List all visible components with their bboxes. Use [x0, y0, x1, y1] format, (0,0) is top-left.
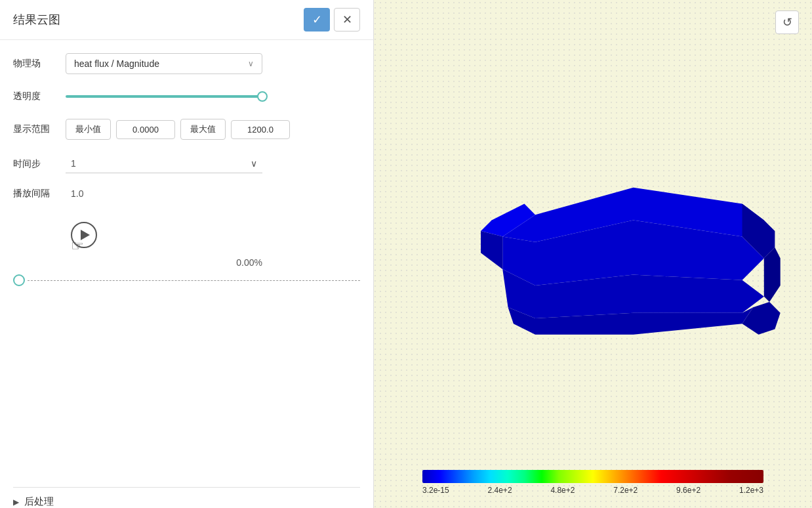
colorbar-label-0: 3.2e-15: [422, 486, 449, 495]
range-control: 最小值 最大值: [66, 119, 360, 140]
3d-shape-svg: [426, 66, 786, 429]
colorbar-labels: 3.2e-15 2.4e+2 4.8e+2 7.2e+2 9.6e+2 1.2e…: [422, 486, 763, 495]
colorbar: [422, 470, 763, 483]
interval-value: 1.0: [66, 184, 89, 203]
colorbar-label-5: 1.2e+3: [739, 486, 763, 495]
timestep-row: 时间步 1 ∨: [13, 154, 360, 173]
post-header[interactable]: ▶ 后处理: [13, 496, 360, 508]
min-button[interactable]: 最小值: [66, 119, 111, 140]
confirm-button[interactable]: ✓: [304, 8, 330, 32]
left-panel: 结果云图 ✓ ✕ 物理场 heat flux / Magnitude ∨: [0, 0, 374, 508]
right-panel: ↺: [374, 0, 812, 508]
cancel-button[interactable]: ✕: [334, 8, 360, 32]
dropdown-arrow-icon: ∨: [248, 59, 254, 68]
colorbar-label-1: 2.4e+2: [488, 486, 512, 495]
panel-content: 物理场 heat flux / Magnitude ∨ 透明度: [0, 40, 373, 467]
refresh-button[interactable]: ↺: [775, 11, 799, 34]
physics-control: heat flux / Magnitude ∨: [66, 53, 360, 74]
max-input[interactable]: [231, 120, 290, 139]
play-button[interactable]: ☞: [66, 217, 102, 253]
panel-header: 结果云图 ✓ ✕: [0, 0, 373, 40]
interval-row: 播放间隔 1.0: [13, 188, 360, 200]
physics-dropdown[interactable]: heat flux / Magnitude ∨: [66, 53, 262, 74]
transparency-label: 透明度: [13, 91, 66, 102]
colorbar-label-4: 9.6e+2: [676, 486, 700, 495]
progress-text: 0.00%: [236, 257, 262, 268]
timestep-arrow-icon: ∨: [251, 158, 257, 169]
colorbar-label-3: 7.2e+2: [613, 486, 638, 495]
range-inputs: 最小值 最大值: [66, 119, 360, 140]
svg-marker-4: [481, 231, 502, 269]
progress-circle-icon: [13, 274, 25, 286]
timestep-label: 时间步: [13, 158, 66, 170]
slider-track: [66, 95, 262, 98]
max-button[interactable]: 最大值: [180, 119, 226, 140]
divider: [13, 487, 360, 488]
colorbar-label-2: 4.8e+2: [550, 486, 575, 495]
cursor-hand-icon: ☞: [71, 238, 84, 255]
blade-shape: [481, 188, 781, 335]
transparency-row: 透明度: [13, 89, 360, 104]
progress-row: [13, 274, 360, 286]
post-section: ▶ 后处理: [0, 487, 373, 508]
timestep-control: 1 ∨: [66, 154, 360, 173]
colorbar-container: 3.2e-15 2.4e+2 4.8e+2 7.2e+2 9.6e+2 1.2e…: [422, 470, 763, 495]
progress-dashed-line: [28, 280, 360, 281]
physics-label: 物理场: [13, 58, 66, 70]
3d-shape-container: [426, 66, 786, 429]
panel-title: 结果云图: [13, 12, 60, 28]
physics-row: 物理场 heat flux / Magnitude ∨: [13, 53, 360, 74]
physics-value: heat flux / Magnitude: [74, 58, 159, 69]
transparency-slider[interactable]: [66, 89, 262, 104]
slider-thumb[interactable]: [257, 91, 268, 102]
post-title: 后处理: [24, 496, 54, 508]
range-row: 显示范围 最小值 最大值: [13, 119, 360, 140]
min-input[interactable]: [116, 120, 175, 139]
transparency-control: [66, 89, 360, 104]
range-label: 显示范围: [13, 123, 66, 135]
interval-control: 1.0: [66, 188, 360, 200]
timestep-value: 1: [71, 158, 76, 169]
post-arrow-icon: ▶: [13, 497, 19, 507]
header-buttons: ✓ ✕: [304, 8, 360, 32]
interval-label: 播放间隔: [13, 188, 66, 200]
timestep-select[interactable]: 1 ∨: [66, 154, 262, 173]
